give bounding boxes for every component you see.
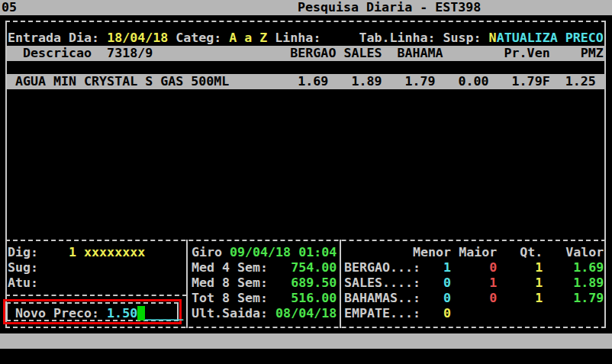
dig-line: Dig: 1 xxxxxxxx bbox=[8, 245, 145, 260]
text-segment: Menor Maior Qt. Valor bbox=[344, 245, 604, 259]
system-id: 05 bbox=[2, 0, 17, 15]
text-segment: AGUA MIN CRYSTAL S GAS 500ML 1.69 1.89 1… bbox=[8, 74, 596, 89]
text-segment: 1 xxxxxxxx bbox=[69, 245, 145, 259]
text-segment: Entrada Dia: bbox=[8, 31, 107, 45]
text-segment: 1 bbox=[497, 291, 543, 305]
text-segment: 09/04/18 01:04 bbox=[230, 245, 337, 259]
text-segment: N bbox=[489, 31, 497, 45]
text-segment: 516.00 bbox=[291, 291, 337, 305]
text-segment: 1.79 bbox=[543, 291, 604, 305]
sug-line: Sug: bbox=[8, 260, 38, 275]
text-segment: Med 4 Sem: bbox=[192, 260, 291, 275]
competitor-header-line: Menor Maior Qt. Valor bbox=[344, 245, 604, 260]
text-segment: _____ bbox=[145, 306, 183, 321]
text-segment: A a Z bbox=[229, 31, 267, 45]
filter-line: Entrada Dia: 18/04/18 Categ: A a Z Linha… bbox=[8, 31, 604, 46]
text-segment: 0 bbox=[451, 260, 497, 275]
text-segment: Novo Preco: bbox=[15, 306, 107, 321]
text-segment: 0 bbox=[451, 291, 497, 305]
text-segment: BAHAMAS..: bbox=[344, 291, 420, 305]
text-segment: 1.50 bbox=[107, 306, 137, 321]
panels-divider-border bbox=[5, 240, 606, 241]
text-segment: Susp: bbox=[443, 31, 489, 45]
product-row-line[interactable]: AGUA MIN CRYSTAL S GAS 500ML 1.69 1.89 1… bbox=[7, 74, 605, 89]
bahamas-line: BAHAMAS..: 0 0 1 1.79 bbox=[344, 291, 604, 306]
vertical-divider-left bbox=[186, 240, 188, 328]
text-segment: Sug: bbox=[8, 260, 38, 275]
text-segment: Descricao 7318/9 BERGAO SALES BAHAMA Pr.… bbox=[8, 46, 604, 60]
text-segment: ATUALIZA PRECO bbox=[497, 31, 604, 45]
left-panel-divider-border bbox=[5, 295, 187, 296]
atu-line: Atu: bbox=[8, 275, 38, 291]
text-segment: 1 bbox=[420, 260, 451, 275]
terminal-screen: 05 Pesquisa Diaria - EST398 Entrada Dia:… bbox=[0, 0, 612, 364]
giro-line: Giro 09/04/18 01:04 bbox=[192, 245, 337, 260]
text-segment: Med 8 Sem: bbox=[192, 275, 291, 290]
text-segment: 0 bbox=[420, 306, 451, 321]
text-segment: 1 bbox=[497, 275, 543, 290]
text-segment: Categ: bbox=[168, 31, 229, 45]
window-title: Pesquisa Diaria - EST398 bbox=[298, 0, 481, 15]
text-segment: 0 bbox=[420, 291, 451, 305]
text-segment: 754.00 bbox=[291, 260, 337, 275]
vertical-divider-right bbox=[340, 240, 341, 328]
sales-line: SALES....: 0 1 1 1.89 bbox=[344, 275, 604, 291]
text-cursor bbox=[137, 306, 145, 321]
text-segment: SALES....: bbox=[344, 275, 420, 290]
status-bar bbox=[0, 333, 612, 349]
text-segment: EMPATE...: bbox=[344, 306, 420, 321]
novo-preco-input-line[interactable]: Novo Preco: 1.50 _____ bbox=[15, 306, 183, 321]
text-segment: 1 bbox=[451, 275, 497, 290]
column-header-line: Descricao 7318/9 BERGAO SALES BAHAMA Pr.… bbox=[7, 46, 605, 61]
text-segment: Linha: bbox=[267, 31, 359, 45]
text-segment: 0 bbox=[420, 275, 451, 290]
text-segment: 1.89 bbox=[543, 275, 604, 290]
tot-8-sem-line: Tot 8 Sem: 516.00 bbox=[192, 291, 337, 306]
empate-line: EMPATE...: 0 bbox=[344, 306, 451, 321]
text-segment: 08/04/18 bbox=[275, 306, 337, 321]
text-segment: Tot 8 Sem: bbox=[192, 291, 291, 305]
bergao-line: BERGAO...: 1 0 1 1.69 bbox=[344, 260, 604, 275]
text-segment: Atu: bbox=[8, 275, 38, 290]
text-segment: 18/04/18 bbox=[107, 31, 168, 45]
text-segment: Tab.Linha: bbox=[359, 31, 443, 45]
title-bar: 05 Pesquisa Diaria - EST398 bbox=[0, 0, 612, 15]
text-segment: Dig: bbox=[8, 245, 69, 259]
med-8-sem-line: Med 8 Sem: 689.50 bbox=[192, 275, 337, 291]
ult-saida-line: Ult.Saida: 08/04/18 bbox=[192, 306, 337, 321]
text-segment: Ult.Saida: bbox=[192, 306, 275, 321]
text-segment: BERGAO...: bbox=[344, 260, 420, 275]
med-4-sem-line: Med 4 Sem: 754.00 bbox=[192, 260, 337, 275]
text-segment: 689.50 bbox=[291, 275, 337, 290]
text-segment: Giro bbox=[192, 245, 230, 259]
text-segment: 1 bbox=[497, 260, 543, 275]
text-segment: 1.69 bbox=[543, 260, 604, 275]
